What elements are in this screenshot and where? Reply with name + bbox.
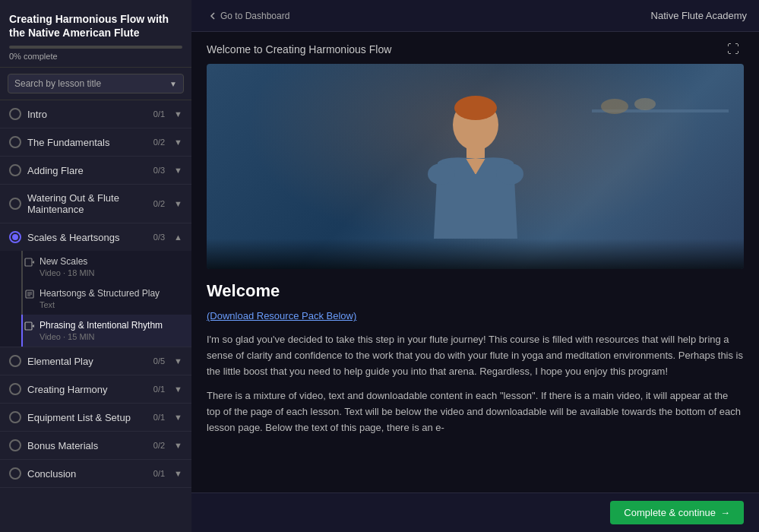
chevron-down-icon: ▼ (169, 80, 177, 88)
main-area: Go to Dashboard Native Flute Academy Wel… (191, 0, 759, 532)
scales-heartsongs-lessons: New Scales Video · 18 MIN Heartsongs & S (0, 251, 191, 347)
section-intro-label: Intro (27, 109, 47, 120)
section-conclusion-label: Conclusion (27, 468, 76, 480)
lesson-paragraph-2: There is a mixture of video, text and do… (207, 388, 744, 435)
svg-point-15 (634, 98, 656, 110)
continue-label: Complete & continue (624, 507, 716, 518)
section-radio-adding-flare (9, 164, 21, 176)
svg-point-11 (428, 163, 455, 185)
section-radio-elemental-play (9, 355, 21, 367)
section-bonus-label: Bonus Materials (27, 440, 98, 451)
section-elemental-play-expand-icon: ▼ (174, 356, 182, 366)
lesson-details-new-scales: New Scales Video · 18 MIN (40, 256, 182, 277)
top-nav: Go to Dashboard Native Flute Academy (191, 0, 759, 32)
video-container (207, 64, 744, 269)
section-creating-harmony-header[interactable]: Creating Harmony 0/1 ▼ (0, 375, 191, 403)
background-decor (592, 79, 729, 125)
text-icon (24, 289, 35, 299)
svg-rect-0 (25, 258, 32, 266)
lesson-details-phrasing: Phrasing & Intentional Rhythm Video · 15… (40, 320, 182, 341)
section-fundamentals-expand-icon: ▼ (174, 138, 182, 147)
nav-title: Native Flute Academy (651, 10, 747, 21)
lesson-new-scales[interactable]: New Scales Video · 18 MIN (21, 251, 191, 283)
section-equipment-label: Equipment List & Setup (27, 412, 131, 423)
section-conclusion-badge: 0/1 (153, 469, 165, 478)
section-creating-harmony-badge: 0/1 (153, 385, 165, 394)
back-button[interactable]: Go to Dashboard (204, 8, 294, 24)
section-bonus-expand-icon: ▼ (174, 441, 182, 450)
svg-point-9 (454, 96, 497, 120)
continue-button[interactable]: Complete & continue → (610, 501, 744, 524)
lesson-phrasing-intentional[interactable]: Phrasing & Intentional Rhythm Video · 15… (21, 315, 191, 347)
arrow-right-icon: → (720, 507, 730, 518)
download-link[interactable]: (Download Resource Pack Below) (207, 310, 744, 321)
section-intro: Intro 0/1 ▼ (0, 100, 191, 128)
lesson-content: Welcome (Download Resource Pack Below) I… (191, 281, 759, 451)
back-arrow-icon (208, 11, 217, 21)
section-conclusion-header[interactable]: Conclusion 0/1 ▼ (0, 460, 191, 487)
section-elemental-play-header[interactable]: Elemental Play 0/5 ▼ (0, 347, 191, 375)
section-radio-intro (9, 108, 21, 120)
section-fundamentals: The Fundamentals 0/2 ▼ (0, 128, 191, 157)
search-box[interactable]: Search by lesson title ▼ (8, 74, 184, 93)
lesson-name-new-scales: New Scales (40, 256, 182, 267)
section-equipment-expand-icon: ▼ (174, 413, 182, 422)
welcome-title: Welcome (207, 281, 744, 301)
search-container: Search by lesson title ▼ (0, 68, 191, 100)
expand-button[interactable]: ⛶ (723, 41, 744, 58)
lesson-bar-active (21, 315, 23, 347)
section-radio-bonus (9, 439, 21, 451)
svg-point-12 (496, 163, 523, 185)
section-radio-watering-out (9, 198, 21, 210)
section-watering-out: Watering Out & Flute Maintenance 0/2 ▼ (0, 185, 191, 223)
lesson-name-phrasing: Phrasing & Intentional Rhythm (40, 320, 182, 331)
section-radio-conclusion (9, 467, 21, 480)
section-scales-heartsongs: Scales & Heartsongs 0/3 ▲ New Scales Vid… (0, 223, 191, 347)
search-box-text: Search by lesson title (14, 78, 101, 89)
section-intro-badge: 0/1 (153, 109, 165, 119)
section-watering-out-badge: 0/2 (153, 199, 165, 208)
lesson-bar (21, 251, 23, 283)
lesson-title-bar: Welcome to Creating Harmonious Flow ⛶ (191, 32, 759, 64)
section-scales-heartsongs-label: Scales & Heartsongs (27, 232, 119, 243)
section-creating-harmony-label: Creating Harmony (27, 384, 108, 395)
video-thumbnail (207, 64, 744, 269)
section-watering-out-header[interactable]: Watering Out & Flute Maintenance 0/2 ▼ (0, 185, 191, 223)
section-watering-out-label: Watering Out & Flute Maintenance (27, 192, 147, 215)
svg-point-14 (601, 99, 628, 114)
video-overlay (207, 239, 744, 269)
section-intro-header[interactable]: Intro 0/1 ▼ (0, 100, 191, 128)
section-equipment-list: Equipment List & Setup 0/1 ▼ (0, 404, 191, 432)
section-bonus-materials: Bonus Materials 0/2 ▼ (0, 432, 191, 460)
section-conclusion: Conclusion 0/1 ▼ (0, 460, 191, 488)
section-fundamentals-label: The Fundamentals (27, 137, 109, 148)
section-elemental-play-badge: 0/5 (153, 356, 165, 366)
course-title: Creating Harmonious Flow with the Native… (9, 12, 182, 40)
section-intro-expand-icon: ▼ (174, 109, 182, 119)
content-area: Welcome to Creating Harmonious Flow ⛶ (191, 32, 759, 492)
section-scales-heartsongs-header[interactable]: Scales & Heartsongs 0/3 ▲ (0, 223, 191, 251)
lesson-meta-phrasing: Video · 15 MIN (40, 332, 182, 341)
section-radio-scales-heartsongs (9, 231, 21, 243)
section-fundamentals-header[interactable]: The Fundamentals 0/2 ▼ (0, 128, 191, 156)
section-scales-heartsongs-badge: 0/3 (153, 233, 165, 242)
lesson-meta-new-scales: Video · 18 MIN (40, 268, 182, 277)
back-label: Go to Dashboard (220, 11, 289, 21)
lesson-bar (21, 283, 23, 315)
lesson-heartsongs-structured[interactable]: Heartsongs & Structured Play Text (21, 283, 191, 315)
section-adding-flare-badge: 0/3 (153, 166, 165, 175)
sidebar-header: Creating Harmonious Flow with the Native… (0, 0, 191, 68)
section-elemental-play: Elemental Play 0/5 ▼ (0, 347, 191, 375)
progress-label: 0% complete (9, 52, 182, 61)
section-scales-heartsongs-expand-icon: ▲ (174, 233, 182, 242)
section-adding-flare-header[interactable]: Adding Flare 0/3 ▼ (0, 157, 191, 184)
lesson-header-label: Welcome to Creating Harmonious Flow (207, 43, 391, 55)
section-bonus-materials-header[interactable]: Bonus Materials 0/2 ▼ (0, 432, 191, 459)
section-equipment-badge: 0/1 (153, 413, 165, 422)
section-radio-equipment (9, 411, 21, 423)
lesson-meta-heartsongs: Text (40, 300, 182, 309)
lesson-paragraph-1: I'm so glad you've decided to take this … (207, 332, 744, 379)
section-equipment-list-header[interactable]: Equipment List & Setup 0/1 ▼ (0, 404, 191, 431)
section-fundamentals-badge: 0/2 (153, 138, 165, 147)
lesson-details-heartsongs: Heartsongs & Structured Play Text (40, 288, 182, 309)
